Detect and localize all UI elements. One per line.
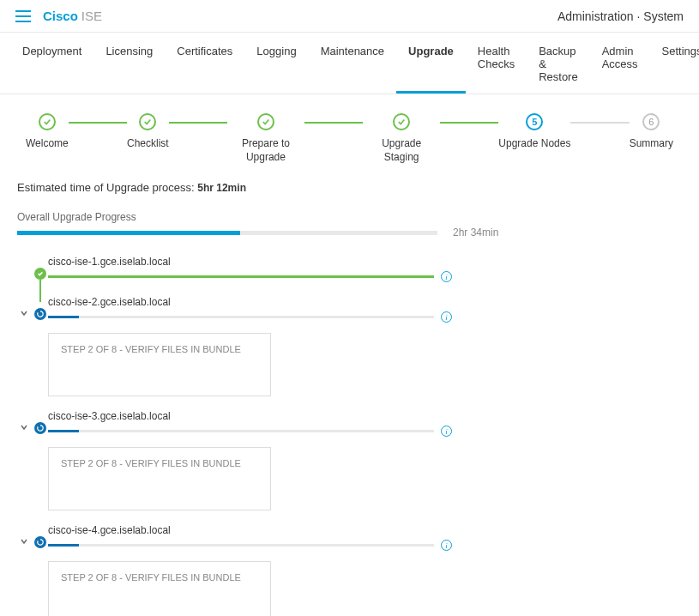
node-progress-row: i bbox=[48, 540, 682, 551]
wizard-step-2[interactable]: Checklist bbox=[127, 113, 169, 151]
tab-deployment[interactable]: Deployment bbox=[10, 33, 93, 94]
app-header: Cisco ISE Administration · System bbox=[0, 0, 699, 33]
wizard-connector bbox=[570, 122, 629, 124]
node-progress-fill bbox=[48, 544, 79, 547]
node-row: cisco-ise-1.gce.iselab.locali bbox=[19, 256, 682, 282]
node-progress-row: i bbox=[48, 426, 682, 437]
wizard-step-label: Checklist bbox=[127, 137, 169, 151]
node-progress-bar bbox=[48, 275, 434, 278]
info-icon[interactable]: i bbox=[441, 311, 452, 323]
step-number: 6 bbox=[642, 113, 660, 130]
tab-maintenance[interactable]: Maintenance bbox=[309, 33, 396, 94]
check-icon bbox=[257, 113, 274, 130]
overall-progress-fill bbox=[17, 231, 240, 235]
tab-logging[interactable]: Logging bbox=[244, 33, 308, 94]
wizard-steps: WelcomeChecklistPrepare to UpgradeUpgrad… bbox=[0, 94, 699, 172]
brand-cisco: Cisco bbox=[43, 9, 78, 23]
node-name: cisco-ise-1.gce.iselab.local bbox=[48, 256, 682, 268]
node-details: STEP 2 OF 8 - VERIFY FILES IN BUNDLE bbox=[48, 333, 271, 396]
nav-tabs: DeploymentLicensingCertificatesLoggingMa… bbox=[0, 33, 699, 94]
tab-health-checks[interactable]: Health Checks bbox=[466, 33, 527, 94]
node-progress-fill bbox=[48, 275, 434, 278]
estimated-time: Estimated time of Upgrade process: 5hr 1… bbox=[17, 181, 682, 194]
wizard-step-label: Welcome bbox=[26, 137, 69, 151]
tab-admin-access[interactable]: Admin Access bbox=[590, 33, 650, 94]
wizard-step-label: Prepare to Upgrade bbox=[227, 137, 304, 164]
node-name: cisco-ise-4.gce.iselab.local bbox=[48, 524, 682, 536]
step-number: 5 bbox=[526, 113, 543, 130]
estimated-time-value: 5hr 12min bbox=[197, 182, 246, 194]
node-progress-bar bbox=[48, 316, 434, 318]
wizard-step-5[interactable]: 5Upgrade Nodes bbox=[498, 113, 570, 151]
info-icon[interactable]: i bbox=[441, 426, 452, 437]
tab-backup-restore[interactable]: Backup & Restore bbox=[527, 33, 590, 94]
node-name: cisco-ise-2.gce.iselab.local bbox=[48, 296, 682, 308]
overall-progress-label: Overall Upgrade Progress bbox=[17, 211, 682, 223]
node-details: STEP 2 OF 8 - VERIFY FILES IN BUNDLE bbox=[48, 561, 271, 616]
upgrade-content: Estimated time of Upgrade process: 5hr 1… bbox=[0, 172, 699, 616]
estimated-time-label: Estimated time of Upgrade process: bbox=[17, 181, 197, 194]
check-icon bbox=[139, 113, 156, 130]
tab-settings[interactable]: Settings bbox=[650, 33, 699, 94]
breadcrumb: Administration · System bbox=[557, 9, 684, 23]
wizard-connector bbox=[304, 122, 363, 124]
wizard-connector bbox=[440, 122, 498, 124]
tab-licensing[interactable]: Licensing bbox=[93, 33, 165, 94]
node-list: cisco-ise-1.gce.iselab.localicisco-ise-2… bbox=[17, 256, 682, 616]
node-progress-row: i bbox=[48, 311, 682, 323]
wizard-step-6[interactable]: 6Summary bbox=[630, 113, 673, 151]
node-progress-fill bbox=[48, 316, 79, 318]
node-progress-fill bbox=[48, 430, 79, 432]
wizard-step-1[interactable]: Welcome bbox=[26, 113, 69, 151]
status-running-icon bbox=[34, 536, 46, 548]
node-row: cisco-ise-2.gce.iselab.localiSTEP 2 OF 8… bbox=[19, 296, 682, 396]
menu-icon[interactable] bbox=[15, 10, 31, 22]
overall-progress-row: 2hr 34min bbox=[17, 226, 682, 239]
wizard-connector bbox=[169, 122, 227, 124]
status-running-icon bbox=[34, 422, 46, 434]
node-progress-bar bbox=[48, 430, 434, 432]
info-icon[interactable]: i bbox=[441, 271, 452, 282]
info-icon[interactable]: i bbox=[441, 540, 452, 551]
status-running-icon bbox=[34, 308, 46, 320]
wizard-step-label: Summary bbox=[630, 137, 673, 151]
node-row: cisco-ise-3.gce.iselab.localiSTEP 2 OF 8… bbox=[19, 410, 682, 510]
wizard-step-label: Upgrade Nodes bbox=[498, 137, 570, 151]
status-done-icon bbox=[34, 268, 46, 280]
tab-upgrade[interactable]: Upgrade bbox=[396, 33, 466, 94]
check-icon bbox=[393, 113, 410, 130]
node-progress-row: i bbox=[48, 271, 682, 282]
overall-progress-time: 2hr 34min bbox=[453, 226, 498, 239]
wizard-step-label: Upgrade Staging bbox=[363, 137, 440, 164]
node-details: STEP 2 OF 8 - VERIFY FILES IN BUNDLE bbox=[48, 447, 271, 510]
expand-toggle[interactable] bbox=[19, 536, 29, 547]
wizard-step-4[interactable]: Upgrade Staging bbox=[363, 113, 440, 164]
expand-toggle[interactable] bbox=[19, 308, 29, 318]
wizard-step-3[interactable]: Prepare to Upgrade bbox=[227, 113, 304, 164]
check-icon bbox=[39, 113, 56, 130]
node-name: cisco-ise-3.gce.iselab.local bbox=[48, 410, 682, 422]
node-row: cisco-ise-4.gce.iselab.localiSTEP 2 OF 8… bbox=[19, 524, 682, 616]
tab-certificates[interactable]: Certificates bbox=[165, 33, 244, 94]
brand-ise: ISE bbox=[81, 9, 102, 23]
overall-progress-bar bbox=[17, 231, 437, 235]
node-progress-bar bbox=[48, 544, 434, 547]
expand-toggle[interactable] bbox=[19, 422, 29, 432]
wizard-connector bbox=[69, 122, 127, 124]
